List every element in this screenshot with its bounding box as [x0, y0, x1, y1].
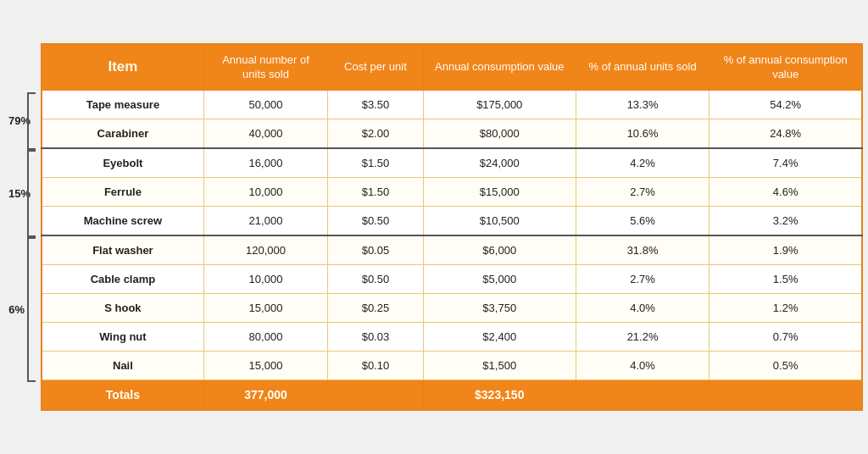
table-cell: 0.5%: [709, 352, 862, 380]
bracket-brace: [27, 92, 36, 151]
bracket-brace: [27, 150, 36, 237]
table-cell: $0.25: [328, 294, 424, 323]
table-cell: $2,400: [423, 323, 576, 352]
table-cell: 1.2%: [709, 294, 862, 323]
table-cell: Eyebolt: [42, 148, 203, 178]
table-row: Flat washer120,000$0.05$6,00031.8%1.9%: [42, 235, 862, 265]
table-cell: $3.50: [328, 91, 424, 119]
bracket-label: 79%: [8, 114, 27, 127]
table-cell: 50,000: [203, 91, 327, 119]
bracket-2: 6%: [8, 237, 41, 382]
table-cell: 40,000: [203, 119, 327, 149]
footer-cell: $323,150: [423, 380, 576, 411]
footer-row: Totals377,000$323,150: [42, 380, 862, 411]
table-cell: 15,000: [203, 294, 327, 323]
footer-cell: [709, 380, 862, 411]
table-cell: 7.4%: [709, 148, 862, 178]
table-row: S hook15,000$0.25$3,7504.0%1.2%: [42, 294, 862, 323]
table-cell: $175,000: [423, 91, 576, 119]
table-cell: Wing nut: [42, 323, 203, 352]
table-cell: $0.50: [328, 207, 424, 236]
table-cell: 4.6%: [709, 178, 862, 207]
table-cell: 16,000: [203, 148, 327, 178]
table-row: Carabiner40,000$2.00$80,00010.6%24.8%: [42, 119, 862, 149]
table-cell: $1.50: [328, 148, 424, 178]
header-row: Item Annual number of units sold Cost pe…: [42, 44, 862, 91]
outer-wrapper: 79%15%6% Item Annual number of units sol…: [8, 43, 863, 412]
header-item: Item: [42, 44, 203, 91]
table-cell: $0.03: [328, 323, 424, 352]
table-cell: $0.10: [328, 352, 424, 380]
table-cell: 24.8%: [709, 119, 862, 149]
footer-cell: 377,000: [203, 380, 327, 411]
table-cell: 21,000: [203, 207, 327, 236]
table-cell: $3,750: [423, 294, 576, 323]
header-annual-consumption: Annual consumption value: [423, 44, 576, 91]
table-cell: Ferrule: [42, 178, 203, 207]
table-cell: $0.50: [328, 265, 424, 294]
footer-cell: [328, 380, 424, 411]
table-cell: 4.0%: [576, 294, 709, 323]
table-cell: 2.7%: [576, 178, 709, 207]
bracket-0: 79%: [8, 92, 41, 151]
table-row: Nail15,000$0.10$1,5004.0%0.5%: [42, 352, 862, 380]
table-cell: 5.6%: [576, 207, 709, 236]
table-cell: 4.2%: [576, 148, 709, 178]
table-cell: 80,000: [203, 323, 327, 352]
table-cell: $24,000: [423, 148, 576, 178]
table-cell: 10.6%: [576, 119, 709, 149]
table-cell: 2.7%: [576, 265, 709, 294]
table-cell: Machine screw: [42, 207, 203, 236]
table-row: Cable clamp10,000$0.50$5,0002.7%1.5%: [42, 265, 862, 294]
side-brackets: 79%15%6%: [8, 43, 41, 412]
table-cell: 1.5%: [709, 265, 862, 294]
bracket-label: 15%: [8, 187, 27, 200]
page-wrapper: 79%15%6% Item Annual number of units sol…: [0, 26, 868, 429]
table-cell: 0.7%: [709, 323, 862, 352]
table-row: Ferrule10,000$1.50$15,0002.7%4.6%: [42, 178, 862, 207]
table-cell: $1,500: [423, 352, 576, 380]
table-cell: $2.00: [328, 119, 424, 149]
footer-cell: Totals: [42, 380, 203, 411]
footer-cell: [576, 380, 709, 411]
table-cell: 31.8%: [576, 235, 709, 265]
bracket-1: 15%: [8, 150, 41, 237]
table-cell: $5,000: [423, 265, 576, 294]
table-cell: 1.9%: [709, 235, 862, 265]
table-cell: $80,000: [423, 119, 576, 149]
table-row: Wing nut80,000$0.03$2,40021.2%0.7%: [42, 323, 862, 352]
table-cell: $10,500: [423, 207, 576, 236]
header-annual-units: Annual number of units sold: [203, 44, 327, 91]
bracket-brace: [27, 237, 36, 382]
table-cell: 54.2%: [709, 91, 862, 119]
table-row: Eyebolt16,000$1.50$24,0004.2%7.4%: [42, 148, 862, 178]
table-cell: Carabiner: [42, 119, 203, 149]
header-pct-annual-units: % of annual units sold: [576, 44, 709, 91]
table-cell: S hook: [42, 294, 203, 323]
table-cell: Tape measure: [42, 91, 203, 119]
table-cell: 10,000: [203, 178, 327, 207]
table-cell: 21.2%: [576, 323, 709, 352]
table-cell: 10,000: [203, 265, 327, 294]
header-cost-per-unit: Cost per unit: [328, 44, 424, 91]
table-row: Machine screw21,000$0.50$10,5005.6%3.2%: [42, 207, 862, 236]
table-cell: $6,000: [423, 235, 576, 265]
table-cell: 13.3%: [576, 91, 709, 119]
table-cell: $0.05: [328, 235, 424, 265]
table-cell: 4.0%: [576, 352, 709, 380]
table-cell: 3.2%: [709, 207, 862, 236]
abc-table: Item Annual number of units sold Cost pe…: [41, 43, 863, 412]
table-cell: Nail: [42, 352, 203, 380]
table-cell: Flat washer: [42, 235, 203, 265]
table-cell: $15,000: [423, 178, 576, 207]
header-pct-annual-consumption: % of annual consumption value: [709, 44, 862, 91]
table-cell: 120,000: [203, 235, 327, 265]
bracket-label: 6%: [8, 303, 27, 316]
table-cell: 15,000: [203, 352, 327, 380]
table-row: Tape measure50,000$3.50$175,00013.3%54.2…: [42, 91, 862, 119]
table-cell: $1.50: [328, 178, 424, 207]
table-cell: Cable clamp: [42, 265, 203, 294]
